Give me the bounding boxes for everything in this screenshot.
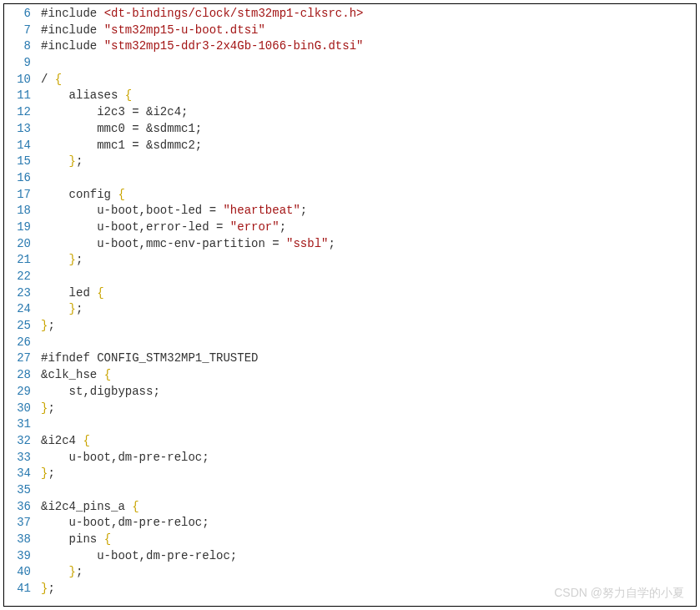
- code-content: / {: [41, 72, 62, 88]
- code-line: 26: [4, 335, 696, 351]
- line-number: 6: [4, 6, 41, 23]
- token: u-boot,dm-pre-reloc;: [41, 549, 237, 562]
- token: {: [97, 286, 103, 300]
- token: }: [69, 302, 76, 315]
- token: }: [69, 565, 76, 578]
- code-line: 38 pins {: [4, 532, 696, 548]
- token: st,digbypass;: [41, 385, 160, 398]
- code-line: 27#ifndef CONFIG_STM32MP1_TRUSTED: [4, 350, 696, 367]
- token: ;: [48, 401, 54, 415]
- line-number: 28: [4, 367, 41, 384]
- line-number: 13: [4, 121, 41, 138]
- code-line: 40 };: [4, 564, 696, 581]
- code-line: 35: [4, 482, 696, 499]
- line-number: 23: [4, 285, 41, 302]
- line-number: 24: [4, 301, 41, 318]
- token: #include: [41, 39, 104, 53]
- token: [41, 154, 69, 168]
- code-line: 23 led {: [4, 285, 696, 302]
- code-line: 39 u-boot,dm-pre-reloc;: [4, 548, 696, 565]
- token: "ssbl": [286, 237, 328, 250]
- code-content: #ifndef CONFIG_STM32MP1_TRUSTED: [41, 350, 258, 367]
- token: #include: [41, 7, 104, 20]
- token: [41, 253, 69, 266]
- line-number: 20: [4, 236, 41, 253]
- code-line: 33 u-boot,dm-pre-reloc;: [4, 450, 696, 466]
- token: ;: [279, 220, 286, 234]
- code-content: pins {: [41, 532, 111, 548]
- token: #ifndef CONFIG_STM32MP1_TRUSTED: [41, 351, 258, 365]
- token: config: [41, 188, 118, 201]
- token: {: [125, 88, 132, 102]
- code-line: 19 u-boot,error-led = "error";: [4, 219, 696, 236]
- line-number: 8: [4, 38, 41, 55]
- code-content: u-boot,boot-led = "heartbeat";: [41, 203, 307, 219]
- line-number: 30: [4, 401, 41, 417]
- code-content: u-boot,dm-pre-reloc;: [41, 548, 237, 565]
- token: mmc0 = &sdmmc1;: [41, 122, 202, 135]
- code-content: };: [41, 301, 83, 318]
- token: u-boot,boot-led =: [41, 204, 223, 217]
- code-line: 12 i2c3 = &i2c4;: [4, 104, 696, 121]
- code-line: 41};: [4, 581, 696, 597]
- token: {: [104, 368, 111, 381]
- line-number: 10: [4, 72, 41, 88]
- token: u-boot,mmc-env-partition =: [41, 237, 286, 250]
- token: ;: [76, 253, 83, 266]
- line-number: 29: [4, 384, 41, 401]
- token: aliases: [41, 88, 125, 102]
- token: &clk_hse: [41, 368, 104, 381]
- code-content: #include <dt-bindings/clock/stm32mp1-clk…: [41, 6, 363, 23]
- token: {: [132, 500, 138, 513]
- token: ;: [48, 582, 54, 595]
- line-number: 14: [4, 138, 41, 154]
- line-number: 40: [4, 564, 41, 581]
- token: {: [83, 434, 89, 447]
- code-line: 32&i2c4 {: [4, 433, 696, 450]
- code-area: 6#include <dt-bindings/clock/stm32mp1-cl…: [4, 4, 696, 597]
- line-number: 9: [4, 55, 41, 72]
- token: ;: [76, 565, 83, 578]
- code-line: 9: [4, 55, 696, 72]
- line-number: 34: [4, 466, 41, 482]
- code-content: };: [41, 154, 83, 170]
- code-line: 24 };: [4, 301, 696, 318]
- token: ;: [48, 466, 54, 480]
- token: "heartbeat": [223, 204, 300, 217]
- token: }: [69, 154, 76, 168]
- code-content: u-boot,dm-pre-reloc;: [41, 515, 209, 532]
- code-line: 20 u-boot,mmc-env-partition = "ssbl";: [4, 236, 696, 253]
- code-line: 10/ {: [4, 72, 696, 88]
- code-content: &i2c4_pins_a {: [41, 499, 139, 516]
- code-content: };: [41, 401, 55, 417]
- code-content: };: [41, 318, 55, 335]
- code-line: 37 u-boot,dm-pre-reloc;: [4, 515, 696, 532]
- code-line: 17 config {: [4, 187, 696, 204]
- code-line: 6#include <dt-bindings/clock/stm32mp1-cl…: [4, 6, 696, 23]
- code-content: &clk_hse {: [41, 367, 111, 384]
- line-number: 18: [4, 203, 41, 219]
- code-content: aliases {: [41, 88, 132, 104]
- line-number: 39: [4, 548, 41, 565]
- code-content: u-boot,error-led = "error";: [41, 219, 286, 236]
- token: [41, 302, 69, 315]
- code-line: 29 st,digbypass;: [4, 384, 696, 401]
- line-number: 22: [4, 269, 41, 285]
- token: ;: [76, 154, 83, 168]
- line-number: 19: [4, 219, 41, 236]
- code-line: 13 mmc0 = &sdmmc1;: [4, 121, 696, 138]
- code-line: 22: [4, 269, 696, 285]
- token: <dt-bindings/clock/stm32mp1-clksrc.h>: [104, 7, 364, 20]
- line-number: 35: [4, 482, 41, 499]
- line-number: 31: [4, 416, 41, 433]
- token: u-boot,dm-pre-reloc;: [41, 516, 209, 529]
- code-content: st,digbypass;: [41, 384, 160, 401]
- code-line: 25};: [4, 318, 696, 335]
- token: /: [41, 73, 55, 86]
- token: pins: [41, 532, 104, 546]
- line-number: 11: [4, 88, 41, 104]
- code-content: mmc1 = &sdmmc2;: [41, 138, 202, 154]
- token: }: [69, 253, 76, 266]
- token: "stm32mp15-ddr3-2x4Gb-1066-binG.dtsi": [104, 39, 364, 53]
- code-line: 21 };: [4, 252, 696, 269]
